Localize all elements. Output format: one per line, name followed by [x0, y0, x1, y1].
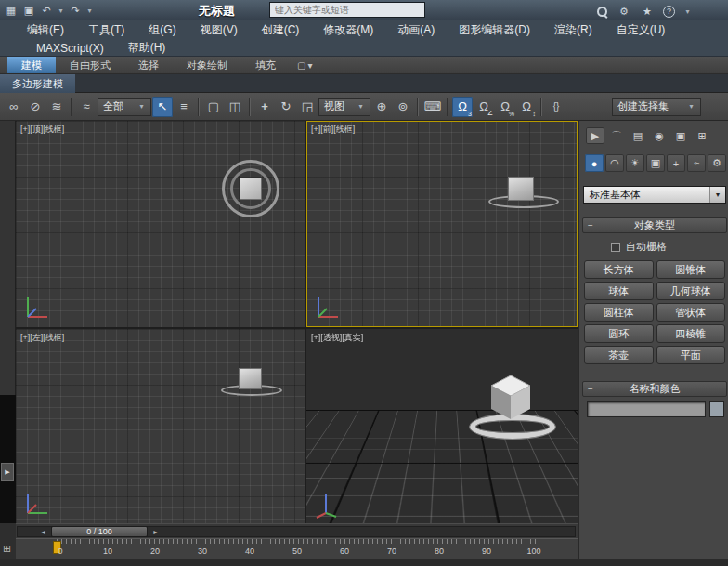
button-geosphere[interactable]: 几何球体 [656, 282, 726, 300]
menu-modifiers[interactable]: 修改器(M) [311, 22, 385, 38]
button-cone[interactable]: 圆锥体 [656, 260, 726, 279]
object-color-swatch[interactable] [709, 401, 724, 417]
ribbon-tab-freeform[interactable]: 自由形式 [56, 57, 124, 73]
undo-dropdown-icon[interactable]: ▾ [57, 7, 65, 15]
button-cylinder[interactable]: 圆柱体 [584, 303, 654, 322]
unlink-selection-icon[interactable]: ⊘ [25, 97, 46, 117]
box-perspective[interactable] [488, 374, 533, 422]
viewport-top-label[interactable]: [+][顶][线框] [20, 124, 64, 136]
next-frame-icon[interactable]: ► [150, 527, 162, 536]
help-dropdown-icon[interactable]: ▾ [683, 7, 692, 16]
wrench-icon[interactable]: ⚙ [617, 4, 631, 19]
category-geometry-icon[interactable]: ● [585, 154, 604, 172]
tab-hierarchy-icon[interactable]: ▤ [629, 127, 647, 144]
object-name-field[interactable] [587, 401, 706, 417]
menu-maxscript[interactable]: MAXScript(X) [24, 42, 116, 55]
select-object-icon[interactable]: ↖ [152, 97, 173, 117]
menu-help[interactable]: 帮助(H) [116, 40, 178, 56]
select-and-move-icon[interactable]: + [254, 97, 275, 117]
edit-named-selection-sets-icon[interactable]: {} [546, 97, 566, 117]
tab-display-icon[interactable]: ▣ [671, 127, 690, 144]
tab-create-icon[interactable]: ▶ [586, 127, 604, 144]
named-selection-set-dropdown[interactable]: 创建选择集 ▾ [612, 98, 701, 116]
category-space-warps-icon[interactable]: ≈ [687, 154, 706, 172]
search-icon[interactable] [596, 6, 608, 18]
category-systems-icon[interactable]: ⚙ [708, 154, 726, 172]
menu-create[interactable]: 创建(C) [250, 22, 312, 38]
wave-icon[interactable]: ≈ [76, 97, 97, 117]
selection-filter-dropdown[interactable]: 全部 ▾ [98, 98, 151, 116]
redo-dropdown-icon[interactable]: ▾ [85, 7, 94, 15]
search-input[interactable] [269, 2, 425, 18]
viewport-left-label[interactable]: [+][左][线框] [20, 332, 64, 344]
bind-to-space-warp-icon[interactable]: ≋ [46, 97, 67, 117]
percent-snap-icon[interactable]: Ω % [495, 97, 515, 117]
viewport-front[interactable]: [+][前][线框] [306, 121, 578, 327]
box-left-view[interactable] [239, 368, 262, 389]
select-and-rotate-icon[interactable]: ↻ [276, 97, 296, 117]
window-crossing-icon[interactable]: ◫ [225, 97, 245, 117]
select-and-scale-icon[interactable]: ◲ [297, 97, 318, 117]
torus-top-view[interactable] [222, 160, 280, 217]
select-by-name-icon[interactable]: ≡ [174, 97, 194, 117]
button-teapot[interactable]: 茶壶 [584, 346, 654, 364]
viewport-top[interactable]: [+][顶][线框] [16, 121, 305, 327]
track-bar[interactable]: 0 10 20 30 40 50 60 70 80 90 100 [16, 538, 578, 559]
angle-snap-icon[interactable]: Ω ∠ [474, 97, 494, 117]
spinner-snap-icon[interactable]: Ω ↕ [516, 97, 537, 117]
primitive-category-dropdown[interactable]: 标准基本体 ▾ [583, 186, 726, 204]
viewport-left[interactable]: [+][左][线框] [16, 329, 305, 523]
ribbon-subtab-polygon-modeling[interactable]: 多边形建模 [0, 74, 75, 93]
redo-icon[interactable]: ↷ [68, 3, 83, 18]
button-pyramid[interactable]: 四棱锥 [656, 324, 726, 343]
name-color-rollout[interactable]: − 名称和颜色 [582, 381, 727, 397]
ribbon-tab-object-paint[interactable]: 对象绘制 [173, 57, 241, 73]
ribbon-tab-populate[interactable]: 填充 [241, 57, 290, 73]
undo-icon[interactable]: ↶ [39, 3, 54, 18]
viewport-front-label[interactable]: [+][前][线框] [311, 124, 355, 136]
tab-motion-icon[interactable]: ◉ [650, 127, 669, 144]
category-helpers-icon[interactable]: + [667, 154, 685, 172]
menu-group[interactable]: 组(G) [136, 22, 188, 38]
time-slider-handle[interactable]: 0 / 100 [51, 526, 148, 537]
menu-views[interactable]: 视图(V) [188, 22, 250, 38]
autogrid-checkbox[interactable] [611, 243, 620, 252]
category-lights-icon[interactable]: ☀ [626, 154, 644, 172]
box-top-view[interactable] [240, 178, 262, 200]
select-and-link-icon[interactable]: ∞ [4, 97, 24, 117]
help-icon[interactable]: ? [663, 6, 675, 18]
viewport-perspective-label[interactable]: [+][透视][真实] [311, 332, 363, 344]
reference-coordinate-dropdown[interactable]: 视图 ▾ [318, 98, 370, 116]
menu-animation[interactable]: 动画(A) [385, 22, 447, 38]
favorites-star-icon[interactable]: ★ [640, 4, 655, 19]
button-box[interactable]: 长方体 [584, 260, 654, 279]
rectangular-selection-region-icon[interactable]: ▢ [203, 97, 224, 117]
object-type-rollout[interactable]: − 对象类型 [582, 217, 727, 233]
keyboard-shortcut-override-icon[interactable]: ⌨ [422, 97, 443, 117]
app-menu-icon[interactable]: ▦ [4, 3, 19, 18]
ribbon-minimize-toggle[interactable]: ▢ ▾ [290, 57, 319, 73]
button-plane[interactable]: 平面 [656, 346, 726, 364]
button-torus[interactable]: 圆环 [584, 324, 654, 343]
viewport-perspective[interactable]: [+][透视][真实] [306, 329, 578, 523]
previous-frame-icon[interactable]: ◄ [37, 527, 49, 536]
menu-tools[interactable]: 工具(T) [76, 22, 136, 38]
select-and-manipulate-icon[interactable]: ⊚ [393, 97, 413, 117]
snap-toggle-3d-icon[interactable]: Ω 3 [452, 97, 473, 117]
ribbon-tab-modeling[interactable]: 建模 [7, 57, 56, 73]
tab-utilities-icon[interactable]: ⊞ [693, 127, 711, 144]
menu-graph-editors[interactable]: 图形编辑器(D) [447, 22, 542, 38]
button-tube[interactable]: 管状体 [656, 303, 726, 322]
save-icon[interactable]: ▣ [21, 3, 36, 18]
chevron-down-icon[interactable]: ▾ [709, 187, 725, 203]
ribbon-tab-selection[interactable]: 选择 [124, 57, 173, 73]
category-cameras-icon[interactable]: ▣ [646, 154, 665, 172]
box-front-view[interactable] [508, 177, 534, 201]
flyout-arrow-button[interactable]: ▶ [1, 463, 14, 481]
menu-edit[interactable]: 编辑(E) [15, 22, 76, 38]
tab-modify-icon[interactable]: ⌒ [607, 127, 626, 144]
use-pivot-center-icon[interactable]: ⊕ [371, 97, 392, 117]
menu-rendering[interactable]: 渲染(R) [542, 22, 604, 38]
isolate-toggle-icon[interactable]: ⊞ [3, 544, 11, 554]
menu-customize[interactable]: 自定义(U) [604, 22, 678, 38]
